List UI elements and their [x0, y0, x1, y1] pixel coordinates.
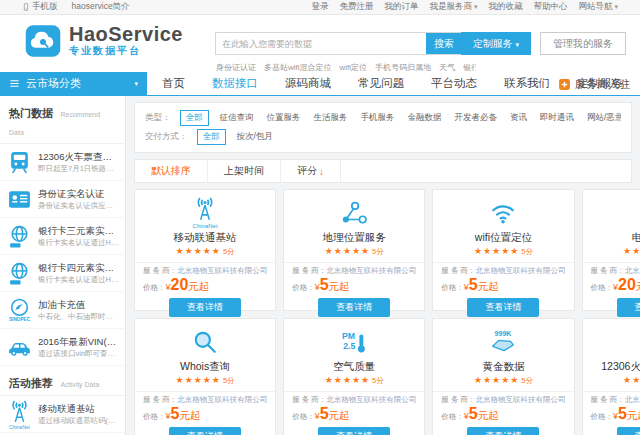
product-title: 12306火车票查询订票 [591, 360, 640, 374]
logo[interactable]: HaoService 专业数据平台 [24, 23, 183, 59]
sidebar-item-subtitle: 银行卡实名认证通过HTTP请求 [38, 275, 119, 285]
price: 价格：¥20元起 [591, 277, 640, 296]
view-details-button[interactable]: 查看详情 [467, 298, 539, 317]
view-details-button[interactable]: 查看详情 [169, 298, 241, 317]
sort-tab[interactable]: 评分 ↓ [281, 160, 341, 182]
filter-option[interactable]: 开发者必备 [453, 111, 500, 125]
custom-service-button[interactable]: 定制服务 ▾ [461, 32, 531, 55]
sort-tab[interactable]: 默认排序 [135, 160, 208, 182]
topbar-link[interactable]: 我是服务商 ▾ [429, 1, 477, 13]
filter-option[interactable]: 网站/恶意监测 [585, 111, 621, 125]
product-card[interactable]: PM2.5 空气质量 ★★★★★5分 服 务 商：北京格物互联科技有限公司 价格… [283, 318, 425, 435]
provider-label: 服 务 商： [591, 266, 625, 275]
sidebar-section: 热门数据 Recommend Data 12306火车票查询订票即日起至7月1日… [0, 96, 125, 366]
nav-item[interactable]: 常见问题 [358, 76, 404, 91]
nav-items: 首页 数据接口 源码商城 常见问题 平台动态 联系我们 定制服务 [162, 72, 623, 95]
train-icon [6, 150, 33, 175]
nav-item[interactable]: 数据接口 [212, 76, 258, 91]
filter-option[interactable]: 全部 [180, 110, 209, 126]
provider-label: 服 务 商： [441, 395, 475, 404]
filter-option[interactable]: 全部 [197, 129, 226, 145]
nav-item[interactable]: 源码商城 [285, 76, 331, 91]
filter-option[interactable]: 金融数据 [406, 111, 444, 125]
cloud-market-category-header[interactable]: 云市场分类 ▾ [0, 72, 147, 95]
rating-score: 5分 [223, 376, 235, 385]
sidebar-list-item[interactable]: 银行卡四元素实名认证银行卡实名认证通过HTTP请求 [0, 255, 125, 292]
topbar-link[interactable]: 帮助中心 ▾ [533, 1, 567, 13]
product-title: 移动联通基站 [143, 231, 267, 245]
topbar-link[interactable]: 我的订单 ▾ [384, 1, 418, 13]
rating-score: 5分 [372, 247, 384, 256]
product-card[interactable]: CMSCU 电信基站 ★★★★★5分 服 务 商：北京格物互联科技有限公司 价格… [582, 189, 640, 311]
price-value: 5 [469, 276, 478, 293]
topbar-link[interactable]: 登录 ▾ [311, 1, 328, 13]
topbar-left-links: 手机版 haoservice简介 [22, 1, 130, 13]
svg-text:SINOPEC: SINOPEC [9, 317, 31, 322]
arrow-down-icon: ↓ [319, 166, 324, 177]
svg-text:2.5: 2.5 [343, 341, 355, 351]
topbar-link[interactable]: 手机版 [22, 1, 58, 13]
sidebar-list-item[interactable]: ChinaNet移动联通基站通过移动联通基站码(CID,LAC) [0, 396, 125, 433]
filter-option[interactable]: 生活服务 [312, 111, 350, 125]
view-details-button[interactable]: 查看详情 [318, 298, 390, 317]
view-details-button[interactable]: 查看详情 [617, 298, 640, 317]
sidebar-list-item[interactable]: 12306火车票查询订票即日起至7月1日铁路调图门票 [0, 144, 125, 181]
nav-item[interactable]: 联系我们 [504, 76, 550, 91]
star-icons: ★★★★★ [623, 246, 640, 256]
view-details-button[interactable]: 查看详情 [617, 427, 640, 435]
star-icons: ★★★★★ [325, 246, 370, 256]
delivery-filter-label: 交付方式： [145, 131, 188, 143]
filter-option[interactable]: 按次/包月 [235, 130, 275, 144]
sidebar: 热门数据 Recommend Data 12306火车票查询订票即日起至7月1日… [0, 96, 126, 435]
filter-option[interactable]: 手机服务 [359, 111, 397, 125]
price-value: 5 [618, 405, 627, 422]
filter-option[interactable]: 即时通讯 [538, 111, 576, 125]
sidebar-item-subtitle: 通过移动联通基站码(CID,LAC) [38, 416, 119, 426]
sidebar-list-item[interactable]: 2016年最新VIN(车辆识别通过该接口vin即可查询车辆信息 [0, 329, 125, 366]
product-card[interactable]: wifi位置定位 ★★★★★5分 服 务 商：北京格物互联科技有限公司 价格：¥… [432, 189, 574, 311]
topbar-link[interactable]: 网站导航 ▾ [578, 1, 618, 13]
product-card[interactable]: Whois查询 ★★★★★5分 服 务 商：北京格物互联科技有限公司 价格：¥5… [134, 318, 276, 435]
topbar-link-label: haoservice简介 [72, 1, 130, 13]
product-card[interactable]: 地理位置服务 ★★★★★5分 服 务 商：北京格物互联科技有限公司 价格：¥5元… [283, 189, 425, 311]
product-card[interactable]: ChinaNet 移动联通基站 ★★★★★5分 服 务 商：北京格物互联科技有限… [134, 189, 276, 311]
provider-join-link[interactable]: 服务商入驻 [558, 72, 630, 96]
search-input[interactable] [216, 33, 426, 54]
svg-text:PM: PM [342, 331, 355, 341]
product-card[interactable]: 12306火车票查询订票 ★★★★★5分 服 务 商：北京格物互联科技有限公司 … [582, 318, 640, 435]
nav-item[interactable]: 平台动态 [431, 76, 477, 91]
sidebar-list-item[interactable]: 银行卡三元素实名认证银行卡实名认证通过HTTP请求 [0, 218, 125, 255]
nav-item[interactable]: 首页 [162, 76, 185, 91]
rating: ★★★★★5分 [143, 374, 267, 387]
view-details-button[interactable]: 查看详情 [467, 427, 539, 435]
search-button[interactable]: 搜索 [426, 33, 462, 54]
sidebar-list-item[interactable]: SINOPEC加油卡充值中石化、中石油即时卡充值 [0, 292, 125, 329]
price: 价格：¥5元起 [292, 277, 416, 296]
topbar-link-label: 免费注册 [339, 1, 373, 13]
sidebar-item-subtitle: 中石化、中石油即时卡充值 [38, 312, 119, 322]
view-details-button[interactable]: 查看详情 [169, 427, 241, 435]
filter-option[interactable]: 资讯 [508, 111, 529, 125]
topbar-link[interactable]: haoservice简介 [72, 1, 130, 13]
rating: ★★★★★5分 [292, 374, 416, 387]
caret-down-icon: ▾ [515, 41, 519, 48]
filter-option[interactable]: 位置服务 [265, 111, 303, 125]
caret-down-icon: ▾ [614, 3, 618, 11]
price-value: 5 [320, 405, 329, 422]
topbar-link[interactable]: 我的收藏 ▾ [488, 1, 522, 13]
sidebar-item-title: 银行卡四元素实名认证 [38, 262, 119, 275]
provider-label: 服 务 商： [143, 395, 177, 404]
topbar-link[interactable]: 免费注册 ▾ [339, 1, 373, 13]
product-card[interactable]: 999K 黄金数据 ★★★★★5分 服 务 商：北京格物互联科技有限公司 价格：… [432, 318, 574, 435]
view-details-button[interactable]: 查看详情 [318, 427, 390, 435]
manage-my-services-button[interactable]: 管理我的服务 [540, 32, 626, 55]
provider-name: 北京格物互联科技有限公司 [625, 395, 640, 404]
price: 价格：¥5元起 [292, 406, 416, 425]
sidebar-section: 活动推荐 Activity Data ChinaNet移动联通基站通过移动联通基… [0, 366, 125, 433]
sidebar-list-item[interactable]: 身份证实名认证身份证实名认证供应商,提供身份证 [0, 181, 125, 218]
magnifier-icon [190, 329, 220, 355]
sort-tab[interactable]: 上架时间 [208, 160, 281, 182]
cloud-logo-icon [24, 23, 62, 59]
price: 价格：¥5元起 [441, 406, 565, 425]
filter-option[interactable]: 征信查询 [218, 111, 256, 125]
